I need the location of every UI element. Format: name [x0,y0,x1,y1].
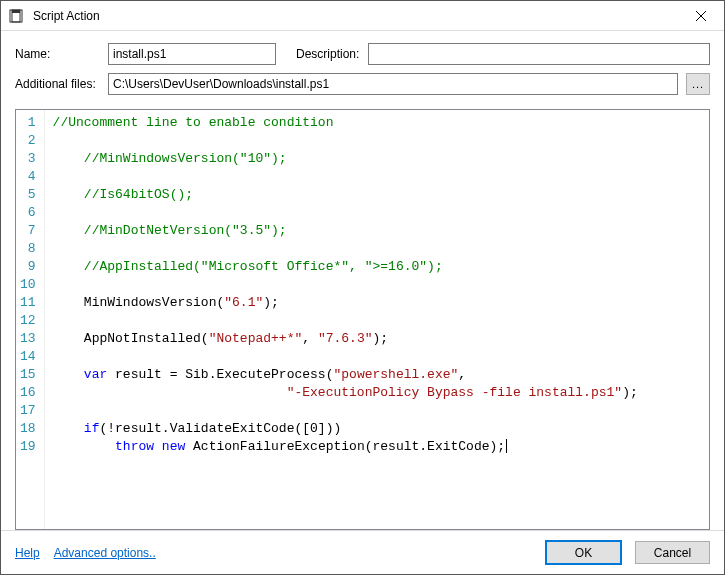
line-number: 8 [20,240,36,258]
code-line[interactable] [53,240,705,258]
code-line[interactable]: var result = Sib.ExecuteProcess("powersh… [53,366,705,384]
code-line[interactable]: if(!result.ValidateExitCode([0])) [53,420,705,438]
code-line[interactable] [53,168,705,186]
line-number: 17 [20,402,36,420]
line-number-gutter: 12345678910111213141516171819 [16,110,45,529]
code-line[interactable]: "-ExecutionPolicy Bypass -file install.p… [53,384,705,402]
code-token: , [458,367,466,382]
close-button[interactable] [678,1,724,30]
code-token: ActionFailureException(result.ExitCode); [185,439,505,454]
cancel-button[interactable]: Cancel [635,541,710,564]
window-titlebar: Script Action [1,1,724,31]
files-label: Additional files: [15,77,100,91]
code-token: //Uncomment line to enable condition [53,115,334,130]
code-token: "powershell.exe" [333,367,458,382]
code-token: //MinDotNetVersion("3.5"); [84,223,287,238]
code-token: "6.1" [224,295,263,310]
line-number: 4 [20,168,36,186]
code-token: "Notepad++*" [209,331,303,346]
code-token [53,331,84,346]
code-token: //Is64bitOS(); [84,187,193,202]
description-label: Description: [296,47,360,61]
description-input[interactable] [368,43,710,65]
code-line[interactable]: throw new ActionFailureException(result.… [53,438,705,456]
additional-files-input[interactable] [108,73,678,95]
name-row: Name: Description: [15,43,710,65]
code-token: new [162,439,185,454]
code-line[interactable] [53,132,705,150]
line-number: 11 [20,294,36,312]
code-line[interactable]: //AppInstalled("Microsoft Office*", ">=1… [53,258,705,276]
ok-button[interactable]: OK [546,541,621,564]
dialog-footer: Help Advanced options.. OK Cancel [1,530,724,574]
app-icon [1,9,31,23]
window-title: Script Action [31,9,678,23]
code-line[interactable]: //Uncomment line to enable condition [53,114,705,132]
text-caret [506,439,507,453]
code-token [53,259,84,274]
line-number: 18 [20,420,36,438]
code-token [53,439,115,454]
code-line[interactable]: //Is64bitOS(); [53,186,705,204]
line-number: 9 [20,258,36,276]
name-input[interactable] [108,43,276,65]
code-token: (!result.ValidateExitCode([0])) [99,421,341,436]
line-number: 2 [20,132,36,150]
code-token: ); [373,331,389,346]
code-line[interactable]: AppNotInstalled("Notepad++*", "7.6.3"); [53,330,705,348]
code-line[interactable] [53,402,705,420]
code-token: var [84,367,107,382]
code-token: "-ExecutionPolicy Bypass -file install.p… [287,385,622,400]
code-token [154,439,162,454]
line-number: 16 [20,384,36,402]
line-number: 1 [20,114,36,132]
advanced-options-link[interactable]: Advanced options.. [54,546,156,560]
line-number: 6 [20,204,36,222]
help-link[interactable]: Help [15,546,40,560]
line-number: 7 [20,222,36,240]
name-label: Name: [15,47,100,61]
content-area: Name: Description: Additional files: ...… [1,31,724,530]
files-row: Additional files: ... [15,73,710,95]
line-number: 10 [20,276,36,294]
code-line[interactable]: MinWindowsVersion("6.1"); [53,294,705,312]
code-token [53,295,84,310]
code-area[interactable]: //Uncomment line to enable condition //M… [45,110,709,529]
code-token: , [302,331,318,346]
code-token [53,385,287,400]
code-token [53,223,84,238]
code-token [53,187,84,202]
line-number: 5 [20,186,36,204]
code-line[interactable]: //MinWindowsVersion("10"); [53,150,705,168]
code-token [53,151,84,166]
line-number: 13 [20,330,36,348]
close-icon [696,11,706,21]
code-token: ); [263,295,279,310]
line-number: 14 [20,348,36,366]
code-token: MinWindowsVersion( [84,295,224,310]
line-number: 3 [20,150,36,168]
code-token: //AppInstalled("Microsoft Office*", ">=1… [84,259,443,274]
code-token: //MinWindowsVersion("10"); [84,151,287,166]
code-line[interactable] [53,348,705,366]
code-token [53,367,84,382]
line-number: 19 [20,438,36,456]
code-token: AppNotInstalled( [84,331,209,346]
code-token: ); [622,385,638,400]
code-token: result = Sib.ExecuteProcess( [107,367,333,382]
code-token: if [84,421,100,436]
line-number: 12 [20,312,36,330]
code-line[interactable] [53,276,705,294]
line-number: 15 [20,366,36,384]
code-line[interactable]: //MinDotNetVersion("3.5"); [53,222,705,240]
code-line[interactable] [53,204,705,222]
browse-button[interactable]: ... [686,73,710,95]
code-token: throw [115,439,154,454]
code-editor[interactable]: 12345678910111213141516171819 //Uncommen… [15,109,710,530]
code-line[interactable] [53,312,705,330]
code-token: "7.6.3" [318,331,373,346]
code-token [53,421,84,436]
